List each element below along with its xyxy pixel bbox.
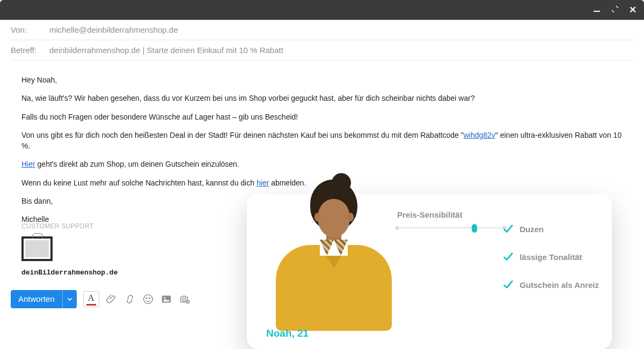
- svg-point-1: [143, 295, 152, 304]
- body-p2: Falls du noch Fragen oder besondere Wüns…: [21, 112, 623, 122]
- sensitivity-slider[interactable]: [397, 225, 504, 232]
- svg-point-7: [182, 298, 186, 301]
- check-tonalitaet: lässige Tonalität: [502, 251, 599, 263]
- reply-dropdown[interactable]: [62, 290, 77, 308]
- coupon-link[interactable]: wihdg82v: [464, 131, 495, 139]
- insert-image-button[interactable]: [160, 293, 172, 305]
- persona-name: Noah, 21: [266, 328, 309, 339]
- emoji-button[interactable]: [142, 293, 154, 305]
- subject-label: Betreff:: [11, 46, 42, 55]
- window-titlebar: ✕: [0, 0, 644, 20]
- smile-icon: [142, 293, 154, 305]
- body-greeting: Hey Noah,: [21, 75, 623, 85]
- subject-row: Betreff: deinbilderrahmenshop.de | Start…: [11, 40, 633, 61]
- check-icon: [502, 251, 514, 263]
- link-icon: [124, 293, 136, 305]
- body-p4: Hier geht's direkt ab zum Shop, um deine…: [21, 159, 623, 169]
- reply-button[interactable]: Antworten: [11, 290, 77, 308]
- picture-frame-icon: [21, 236, 54, 266]
- underline-color-icon: [86, 304, 96, 306]
- check-duzen: Duzen: [502, 223, 599, 235]
- subject-value: deinbilderrahmenshop.de | Starte deinen …: [49, 46, 283, 55]
- unsubscribe-link[interactable]: hier: [257, 179, 269, 187]
- check-gutschein: Gutschein als Anreiz: [502, 279, 599, 291]
- sensitivity-label: Preis-Sensibilität: [397, 210, 596, 219]
- image-icon: [160, 293, 172, 305]
- slider-thumb[interactable]: [472, 224, 477, 233]
- letter-a-icon: A: [87, 293, 94, 303]
- persona-card: Preis-Sensibilität Duzen lässige Tonalit…: [247, 194, 612, 349]
- close-icon[interactable]: ✕: [629, 5, 636, 14]
- from-value: michelle@deinbilderrahmenshop.de: [49, 25, 178, 34]
- shop-link[interactable]: Hier: [21, 160, 35, 168]
- paperclip-icon: [106, 293, 118, 305]
- reply-button-label[interactable]: Antworten: [11, 290, 62, 308]
- check-icon: [502, 223, 514, 235]
- svg-rect-0: [594, 11, 600, 12]
- svg-point-6: [164, 297, 165, 299]
- text-style-button[interactable]: A: [83, 291, 99, 307]
- schedule-button[interactable]: [179, 293, 191, 305]
- camera-clock-icon: [179, 293, 191, 305]
- chevron-down-icon: [67, 296, 72, 302]
- check-icon: [502, 279, 514, 291]
- persona-checks: Duzen lässige Tonalität Gutschein als An…: [502, 223, 599, 291]
- svg-point-3: [149, 298, 150, 299]
- email-meta: Von: michelle@deinbilderrahmenshop.de Be…: [0, 20, 644, 61]
- body-p1: Na, wie läuft's? Wir haben gesehen, dass…: [21, 93, 623, 103]
- attach-button[interactable]: [106, 293, 118, 305]
- body-p3: Von uns gibt es für dich noch den heißes…: [21, 130, 623, 152]
- insert-link-button[interactable]: [124, 293, 136, 305]
- svg-point-2: [146, 298, 147, 299]
- maximize-icon[interactable]: [611, 5, 619, 15]
- minimize-icon[interactable]: [592, 5, 601, 15]
- persona-photo: [268, 180, 392, 319]
- from-row: Von: michelle@deinbilderrahmenshop.de: [11, 20, 633, 40]
- from-label: Von:: [11, 25, 42, 34]
